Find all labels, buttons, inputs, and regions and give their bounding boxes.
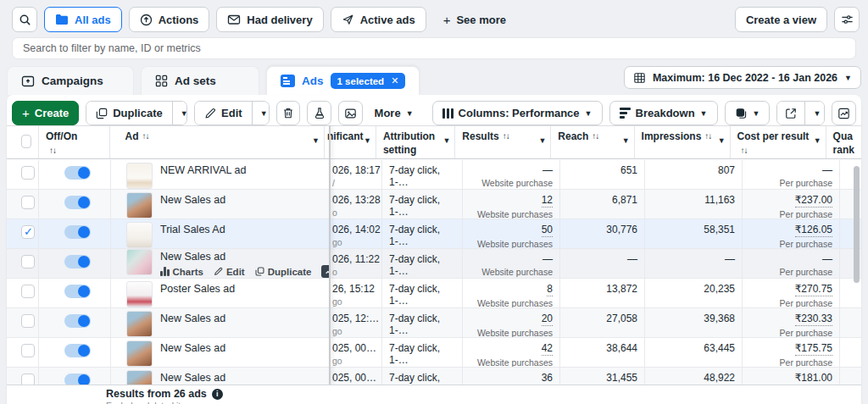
- ad-name-link[interactable]: Trial Sales Ad: [160, 224, 225, 235]
- row-view-chart-button[interactable]: [321, 265, 329, 278]
- header-impressions[interactable]: Impressions↑↓▼: [634, 126, 730, 158]
- ad-name-link[interactable]: New Sales ad: [160, 194, 225, 206]
- row-charts-button[interactable]: Charts: [160, 267, 203, 277]
- columns-dropdown[interactable]: Columns: Performance ▼: [432, 101, 603, 125]
- row-checkbox[interactable]: [21, 344, 35, 357]
- ad-toggle[interactable]: [64, 344, 91, 357]
- cost-cell: ₹230.33Per purchase: [742, 308, 839, 337]
- more-button[interactable]: More ▼: [370, 107, 419, 119]
- ad-thumbnail: [126, 340, 153, 367]
- ad-name-link[interactable]: New Sales ad: [160, 342, 225, 354]
- row-checkbox[interactable]: [21, 196, 35, 209]
- create-a-view-label: Create a view: [746, 14, 816, 26]
- duplicate-dropdown[interactable]: ▼: [172, 102, 187, 125]
- table-summary-footer: Results from 26 ads i Excludes deleted i…: [7, 385, 861, 404]
- chevron-down-icon: ▼: [585, 109, 593, 118]
- create-a-view-button[interactable]: Create a view: [735, 7, 827, 32]
- attribution-cell: 7-day click, 1-…: [381, 338, 462, 367]
- duplicate-icon: [255, 267, 264, 276]
- ad-name-link[interactable]: New Sales ad: [160, 313, 225, 324]
- ab-test-button[interactable]: [307, 101, 331, 125]
- table-body: NEW ARRIVAL ad 026, 18:17/ 7-day click, …: [7, 160, 861, 404]
- see-more-label: See more: [456, 14, 506, 26]
- export-button[interactable]: [777, 102, 804, 125]
- paper-plane-icon: [342, 14, 354, 25]
- info-icon[interactable]: i: [212, 389, 223, 400]
- reports-dropdown[interactable]: ▼: [725, 101, 771, 125]
- row-checkbox[interactable]: [21, 255, 35, 268]
- envelope-icon: [227, 14, 241, 25]
- header-attribution-setting[interactable]: Attribution setting▼: [376, 126, 454, 158]
- edit-dropdown[interactable]: ▼: [252, 102, 270, 125]
- ad-toggle[interactable]: [64, 196, 91, 209]
- cost-cell: —Per purchase: [742, 249, 839, 278]
- ad-toggle[interactable]: [64, 314, 91, 328]
- chevron-down-icon[interactable]: ▼: [442, 136, 450, 147]
- row-checkbox[interactable]: [21, 166, 35, 180]
- clear-selection-icon[interactable]: ✕: [391, 75, 398, 86]
- row-checkbox[interactable]: [21, 285, 35, 298]
- tab-campaigns[interactable]: Campaigns: [7, 66, 134, 95]
- ad-toggle[interactable]: [64, 225, 91, 239]
- chevron-down-icon[interactable]: ▼: [718, 136, 726, 147]
- charts-panel-button[interactable]: [832, 101, 856, 125]
- ad-toggle[interactable]: [64, 255, 91, 268]
- tab-ad-sets[interactable]: Ad sets: [141, 66, 259, 95]
- header-reach[interactable]: Reach↑↓▼: [550, 126, 633, 158]
- filter-actions-label: Actions: [159, 14, 199, 26]
- export-dropdown[interactable]: ▼: [804, 102, 825, 125]
- ad-toggle[interactable]: [64, 166, 91, 180]
- create-button[interactable]: + Create: [12, 101, 79, 125]
- export-icon: [785, 108, 797, 119]
- chevron-down-icon: ▼: [406, 109, 414, 118]
- vertical-scrollbar-thumb[interactable]: [854, 166, 860, 283]
- header-quality-ranking[interactable]: Quarank: [826, 126, 861, 158]
- chevron-down-icon[interactable]: ▼: [312, 136, 320, 147]
- chevron-down-icon[interactable]: ▼: [814, 136, 821, 147]
- ad-name-link[interactable]: New Sales ad: [160, 251, 225, 263]
- creative-preview-button[interactable]: [338, 101, 363, 125]
- see-more-button[interactable]: + See more: [433, 7, 516, 32]
- row-duplicate-button[interactable]: Duplicate: [255, 267, 312, 277]
- actions-icon: [140, 14, 153, 26]
- filter-had-delivery[interactable]: Had delivery: [216, 7, 323, 32]
- header-off-on[interactable]: Off/On↑↓: [38, 126, 109, 158]
- sort-icon: ↑↓: [704, 130, 711, 141]
- sort-icon: ↑↓: [503, 130, 509, 141]
- header-ad[interactable]: Ad↑↓▼: [109, 126, 324, 158]
- row-edit-button[interactable]: Edit: [214, 267, 245, 277]
- breakdown-icon: [620, 108, 631, 119]
- header-results[interactable]: Results↑↓▼: [454, 126, 550, 158]
- row-checkbox[interactable]: [21, 225, 35, 239]
- header-last-significant-edits[interactable]: nificant▼: [324, 126, 376, 158]
- ad-sets-icon: [155, 75, 168, 87]
- filter-actions[interactable]: Actions: [129, 7, 210, 32]
- search-input[interactable]: [13, 38, 855, 58]
- tab-ads[interactable]: Ads 1 selected ✕: [266, 66, 420, 95]
- results-summary-label: Results from 26 ads: [106, 388, 207, 400]
- ad-toggle[interactable]: [64, 285, 91, 298]
- chevron-down-icon[interactable]: ▼: [364, 136, 371, 147]
- ad-name-link[interactable]: New Sales ad: [160, 372, 225, 384]
- filter-active-ads[interactable]: Active ads: [331, 7, 426, 32]
- impressions-cell: 63,445: [644, 338, 742, 367]
- cost-cell: —Per purchase: [742, 160, 839, 189]
- duplicate-button[interactable]: Duplicate: [86, 102, 172, 125]
- chevron-down-icon[interactable]: ▼: [538, 136, 546, 147]
- view-settings-button[interactable]: [834, 7, 860, 32]
- edit-button[interactable]: Edit: [195, 102, 252, 125]
- attribution-cell: 7-day click, 1-…: [381, 279, 462, 307]
- filter-all-ads[interactable]: All ads: [44, 7, 122, 32]
- search-button[interactable]: [12, 7, 37, 32]
- ad-name-link[interactable]: NEW ARRIVAL ad: [160, 164, 246, 176]
- row-checkbox[interactable]: [21, 314, 35, 328]
- breakdown-dropdown[interactable]: Breakdown ▼: [609, 101, 718, 125]
- duplicate-label: Duplicate: [113, 107, 163, 119]
- ad-name-link[interactable]: Poster Sales ad: [160, 283, 235, 295]
- selected-count-badge: 1 selected ✕: [331, 73, 406, 89]
- delete-button[interactable]: [276, 101, 301, 125]
- date-range-dropdown[interactable]: Maximum: 16 Dec 2022 - 16 Jan 2026 ▼: [624, 66, 861, 89]
- header-cost-per-result[interactable]: Cost per result↑↓▼: [730, 126, 826, 158]
- chevron-down-icon[interactable]: ▼: [622, 136, 630, 147]
- select-all-checkbox[interactable]: [21, 135, 31, 148]
